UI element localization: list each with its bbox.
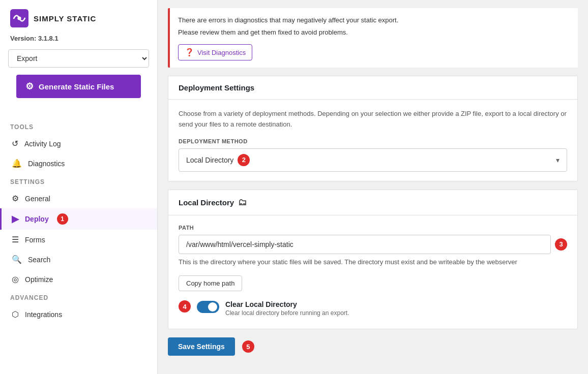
warning-line2: Please review them and get them fixed to… [178,27,570,38]
integrations-icon: ⬡ [12,309,19,319]
version-number: 3.1.8.1 [38,35,58,42]
deployment-method-select-row[interactable]: Local Directory 2 ▾ [179,148,567,172]
path-hint: This is the directory where your static … [179,257,567,268]
logo-area: SIMPLY STATIC [0,0,157,33]
sidebar-item-integrations[interactable]: ⬡ Integrations [0,304,157,324]
clear-directory-toggle[interactable] [197,301,219,313]
optimize-icon: ◎ [12,274,19,284]
diagnostics-icon: 🔔 [12,159,22,168]
path-badge: 3 [555,238,567,251]
clear-directory-label: Clear Local Directory [225,300,349,308]
general-icon: ⚙ [12,194,19,203]
deployment-settings-header: Deployment Settings [168,76,577,100]
forms-label: Forms [25,236,45,244]
deployment-method-label: DEPLOYMENT METHOD [179,138,567,144]
sidebar: SIMPLY STATIC Version: 3.1.8.1 Export St… [0,0,158,374]
path-label: PATH [179,225,567,231]
deployment-method-left: Local Directory 2 [186,154,250,166]
local-directory-card: Local Directory 🗂 PATH 3 This is the dir… [168,190,578,330]
local-directory-body: PATH 3 This is the directory where your … [168,215,577,329]
settings-section-label: SETTINGS [0,173,157,189]
app-title: SIMPLY STATIC [34,14,96,23]
version-label: Version: [10,35,36,42]
warning-banner: There are errors in diagnostics that may… [168,8,578,68]
sidebar-item-deploy[interactable]: ▶ Deploy 1 [0,208,157,230]
local-directory-icon: 🗂 [238,197,247,208]
deployment-settings-body: Choose from a variety of deployment meth… [168,100,577,181]
local-directory-header: Local Directory 🗂 [168,190,577,215]
svg-point-1 [17,16,21,20]
optimize-label: Optimize [25,275,53,284]
simply-static-logo-icon [10,9,28,27]
local-directory-title: Local Directory [179,198,234,207]
save-badge: 5 [242,340,254,353]
generate-button-label: Generate Static Files [39,82,114,91]
deployment-settings-card: Deployment Settings Choose from a variet… [168,76,578,181]
sidebar-item-search[interactable]: 🔍 Search [0,250,157,269]
sidebar-item-optimize[interactable]: ◎ Optimize [0,269,157,289]
advanced-section-label: ADVANCED [0,289,157,304]
deploy-label: Deploy [25,215,49,223]
integrations-label: Integrations [25,310,62,319]
sidebar-item-diagnostics[interactable]: 🔔 Diagnostics [0,153,157,173]
deployment-settings-description: Choose from a variety of deployment meth… [179,109,567,130]
clear-directory-hint: Clear local directory before running an … [225,309,349,317]
tools-section-label: TOOLS [0,118,157,134]
export-select-wrapper[interactable]: Export Staging Production [8,49,149,68]
sidebar-item-general[interactable]: ⚙ General [0,189,157,208]
visit-diagnostics-button[interactable]: ❓ Visit Diagnostics [178,44,252,60]
version-area: Version: 3.1.8.1 [0,33,157,49]
save-bar: Save Settings 5 [168,337,578,356]
sidebar-item-activity-log[interactable]: ↺ Activity Log [0,134,157,153]
save-settings-button[interactable]: Save Settings [168,337,235,356]
deployment-settings-title: Deployment Settings [179,83,254,92]
copy-home-path-button[interactable]: Copy home path [179,275,242,291]
visit-diagnostics-label: Visit Diagnostics [197,49,246,56]
save-settings-label: Save Settings [178,342,225,351]
warning-line1: There are errors in diagnostics that may… [178,15,570,25]
clear-directory-badge: 4 [179,300,191,313]
path-input[interactable] [179,235,551,254]
deployment-method-value: Local Directory [186,156,233,164]
general-label: General [25,195,50,203]
activity-log-icon: ↺ [12,139,18,148]
activity-log-label: Activity Log [24,140,61,148]
diagnostics-label: Diagnostics [28,160,65,168]
deploy-icon: ▶ [12,213,19,225]
generate-static-files-button[interactable]: ⚙ Generate Static Files [16,75,141,98]
sidebar-item-forms[interactable]: ☰ Forms [0,230,157,250]
forms-icon: ☰ [12,235,19,244]
deploy-badge: 1 [57,213,68,225]
diagnostics-button-icon: ❓ [185,48,194,57]
copy-home-path-label: Copy home path [186,279,234,287]
search-label: Search [28,256,50,264]
deployment-method-badge: 2 [238,154,250,166]
chevron-down-icon: ▾ [556,156,560,164]
toggle-slider [197,301,219,313]
search-icon: 🔍 [12,255,22,264]
generate-icon: ⚙ [25,81,34,92]
export-select[interactable]: Export Staging Production [8,49,149,68]
main-content: There are errors in diagnostics that may… [158,0,588,374]
clear-directory-row: 4 Clear Local Directory Clear local dire… [179,300,567,317]
